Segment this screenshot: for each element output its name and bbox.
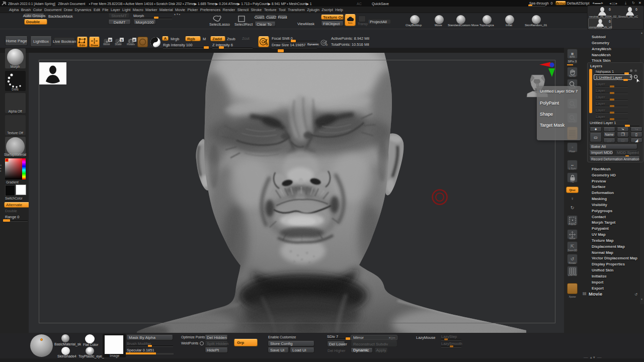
svg-text:D: D <box>326 43 328 46</box>
svg-text:M: M <box>109 39 112 42</box>
svg-text:S: S <box>266 42 268 46</box>
svg-text:S: S <box>121 39 123 42</box>
svg-text:Solo: Solo <box>348 22 353 24</box>
svg-text:R: R <box>133 39 136 42</box>
